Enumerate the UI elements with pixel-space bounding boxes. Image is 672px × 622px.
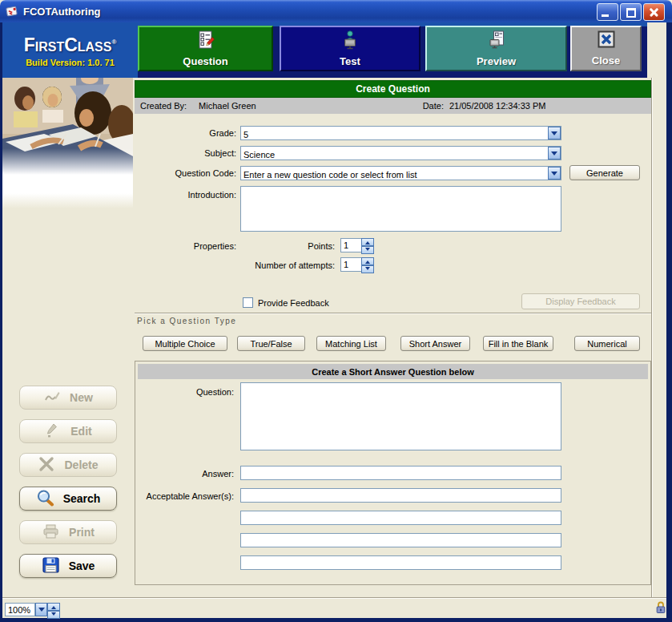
grade-dropdown-arrow-icon[interactable]: [548, 127, 561, 139]
section-divider-highlight: [135, 313, 651, 314]
type-matching-list-button[interactable]: Matching List: [316, 336, 386, 351]
date-value: 21/05/2008 12:34:33 PM: [449, 101, 545, 111]
nav-close-label: Close: [592, 55, 620, 67]
print-button-label: Print: [69, 526, 95, 539]
new-icon: [43, 389, 61, 407]
created-by-label: Created By:: [140, 101, 187, 111]
points-spin-down-icon[interactable]: [361, 246, 374, 254]
points-input[interactable]: [340, 238, 362, 252]
nav-test-button[interactable]: Test: [280, 26, 421, 71]
nav-question-button[interactable]: Question: [138, 26, 273, 71]
subject-input[interactable]: [241, 148, 545, 161]
type-short-answer-button[interactable]: Short Answer: [400, 336, 470, 351]
question-code-select[interactable]: [240, 166, 561, 180]
question-code-label: Question Code:: [135, 168, 236, 178]
edit-button-label: Edit: [70, 425, 91, 438]
zoom-level-input[interactable]: [5, 603, 35, 616]
grade-select[interactable]: [240, 126, 561, 140]
test-person-icon: [340, 30, 360, 54]
acceptable-answer-input-3[interactable]: [240, 533, 561, 547]
zoom-spin-up-icon[interactable]: [47, 603, 60, 611]
attempts-label: Number of attempts:: [200, 261, 335, 270]
registered-mark: ®: [111, 38, 116, 46]
question-label: Question:: [135, 387, 234, 397]
zoom-spin-down-icon[interactable]: [47, 611, 60, 619]
search-icon: [36, 489, 54, 509]
save-button-label: Save: [69, 559, 95, 572]
page-title-text: Create Question: [356, 83, 430, 95]
type-fill-in-the-blank-button[interactable]: Fill in the Blank: [483, 336, 553, 351]
points-spin-up-icon[interactable]: [361, 238, 374, 246]
attempts-spin-down-icon[interactable]: [361, 265, 374, 273]
window-border-bottom: [0, 618, 672, 622]
build-version: Build Version: 1.0. 71: [26, 58, 115, 67]
subject-label: Subject:: [135, 148, 236, 158]
nav-close-button[interactable]: Close: [570, 26, 642, 71]
zoom-dropdown-arrow-icon[interactable]: [35, 603, 47, 616]
short-answer-header: Create a Short Answer Question below: [138, 364, 648, 379]
acceptable-answer-input-2[interactable]: [240, 511, 561, 525]
attempts-spin-up-icon[interactable]: [361, 257, 374, 265]
grade-label: Grade:: [135, 128, 236, 138]
meta-bar: Created By: Michael Green Date: 21/05/20…: [135, 98, 651, 114]
properties-label: Properties:: [135, 241, 236, 251]
points-label: Points:: [240, 241, 335, 251]
maximize-button[interactable]: [620, 3, 642, 21]
print-button[interactable]: Print: [19, 520, 117, 544]
type-true-false-button[interactable]: True/False: [237, 336, 305, 351]
nav-question-label: Question: [183, 55, 227, 67]
app-icon: [5, 4, 19, 18]
date-label: Date:: [423, 101, 444, 111]
introduction-label: Introduction:: [135, 190, 236, 200]
status-bar-highlight: [2, 598, 666, 599]
question-type-section-label: Pick a Question Type: [137, 317, 236, 325]
provide-feedback-label: Provide Feedback: [258, 298, 354, 308]
window-controls: [597, 3, 665, 21]
points-spinner[interactable]: [361, 238, 374, 252]
lock-icon: [655, 601, 666, 614]
minimize-button[interactable]: [597, 3, 618, 21]
page-title: Create Question: [135, 80, 651, 98]
title-bar[interactable]: FCOTAuthoring: [0, 0, 672, 22]
acceptable-answer-input-1[interactable]: [240, 488, 561, 503]
content-right-edge-highlight: [652, 78, 653, 597]
introduction-textarea[interactable]: [240, 186, 561, 232]
answer-input[interactable]: [240, 466, 561, 480]
subject-select[interactable]: [240, 146, 561, 160]
nav-preview-button[interactable]: Preview: [425, 26, 567, 71]
status-bar: [2, 597, 666, 618]
print-icon: [42, 523, 60, 542]
close-window-button[interactable]: [643, 3, 665, 21]
provide-feedback-checkbox[interactable]: [243, 297, 253, 308]
delete-button[interactable]: Delete: [19, 453, 117, 477]
edit-pencil-icon: [44, 422, 62, 441]
save-button[interactable]: Save: [19, 554, 117, 578]
display-feedback-button[interactable]: Display Feedback: [521, 293, 640, 309]
edit-button[interactable]: Edit: [19, 419, 117, 443]
new-button[interactable]: New: [19, 386, 117, 410]
subject-dropdown-arrow-icon[interactable]: [548, 147, 561, 160]
type-multiple-choice-button[interactable]: Multiple Choice: [143, 336, 227, 351]
grade-input[interactable]: [241, 128, 545, 141]
photo-fade: [2, 175, 133, 208]
delete-button-label: Delete: [64, 458, 98, 471]
created-by-value: Michael Green: [199, 101, 256, 111]
attempts-input[interactable]: [340, 257, 362, 272]
search-button[interactable]: Search: [19, 487, 117, 511]
firstclass-logo: FirstClass®: [24, 34, 117, 54]
attempts-spinner[interactable]: [361, 257, 374, 272]
answer-label: Answer:: [135, 469, 234, 479]
question-code-dropdown-arrow-icon[interactable]: [548, 167, 561, 180]
zoom-spinner[interactable]: [47, 603, 60, 617]
question-textarea[interactable]: [240, 382, 561, 450]
nav-test-label: Test: [340, 55, 360, 67]
close-box-icon: [596, 30, 617, 53]
type-numerical-button[interactable]: Numerical: [574, 336, 640, 351]
generate-button[interactable]: Generate: [569, 165, 640, 180]
firstclass-logo-panel: FirstClass® Build Version: 1.0. 71: [2, 22, 138, 78]
acceptable-answer-input-4[interactable]: [240, 555, 561, 570]
question-code-input[interactable]: [241, 168, 545, 181]
acceptable-answers-label: Acceptable Answer(s):: [135, 491, 234, 501]
save-floppy-icon: [42, 556, 60, 576]
nav-preview-label: Preview: [477, 55, 516, 67]
